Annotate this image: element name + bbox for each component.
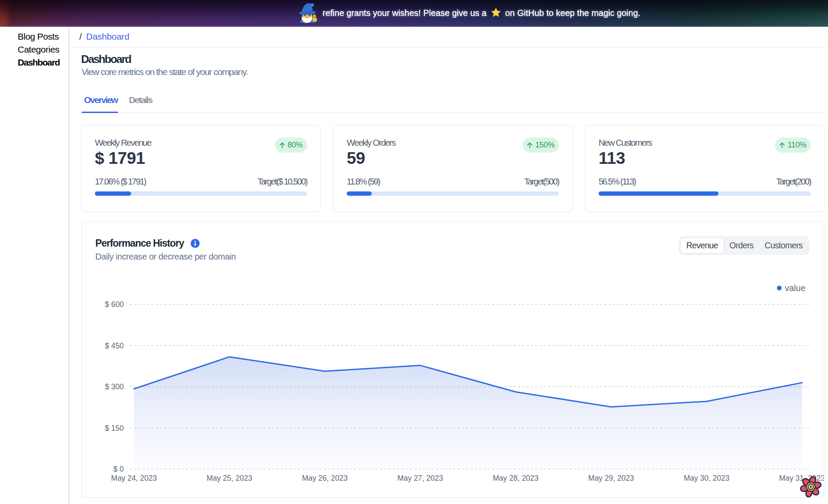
svg-text:$ 0: $ 0: [113, 465, 124, 473]
svg-text:May 29, 2023: May 29, 2023: [588, 474, 634, 482]
svg-text:$ 300: $ 300: [105, 382, 124, 391]
svg-text:May 26, 2023: May 26, 2023: [302, 474, 348, 482]
svg-text:May 28, 2023: May 28, 2023: [493, 474, 539, 482]
svg-text:May 30, 2023: May 30, 2023: [684, 474, 729, 482]
svg-text:$ 600: $ 600: [105, 300, 124, 309]
svg-text:May 27, 2023: May 27, 2023: [397, 474, 443, 482]
svg-text:May 24, 2023: May 24, 2023: [111, 474, 157, 482]
svg-text:May 25, 2023: May 25, 2023: [207, 474, 252, 482]
svg-text:value: value: [785, 283, 806, 293]
svg-text:$ 150: $ 150: [105, 424, 124, 432]
svg-text:$ 450: $ 450: [105, 341, 124, 350]
